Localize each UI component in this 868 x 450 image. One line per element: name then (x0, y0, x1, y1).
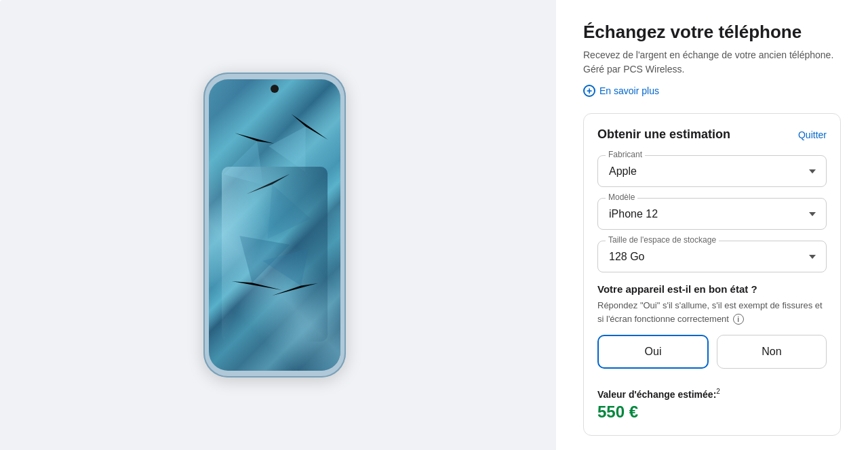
model-select[interactable]: iPhone 12 iPhone 11 iPhone 13 iPhone 14 (597, 198, 827, 230)
phone-image-panel (0, 0, 556, 450)
condition-title: Votre appareil est-il en bon état ? (597, 283, 827, 295)
model-select-wrapper: iPhone 12 iPhone 11 iPhone 13 iPhone 14 (597, 198, 827, 230)
storage-label: Taille de l'espace de stockage (606, 235, 719, 245)
page-subtitle: Recevez de l'argent en échange de votre … (583, 48, 841, 77)
phone-body (203, 73, 346, 377)
learn-more-text: En savoir plus (599, 85, 659, 96)
crystal-decoration-3 (231, 236, 290, 290)
estimation-box: Obtenir une estimation Quitter Fabricant… (583, 113, 841, 436)
phone-screen (209, 79, 340, 371)
manufacturer-select[interactable]: Apple Samsung Google (597, 155, 827, 187)
quit-link[interactable]: Quitter (798, 129, 827, 140)
plus-icon: + (583, 85, 595, 97)
trade-in-panel: Échangez votre téléphone Recevez de l'ar… (556, 0, 868, 450)
estimation-title: Obtenir une estimation (597, 127, 730, 142)
storage-select-wrapper: 128 Go 64 Go 256 Go (597, 241, 827, 272)
value-label: Valeur d'échange estimée:2 (597, 388, 827, 400)
learn-more-link[interactable]: + En savoir plus (583, 85, 841, 97)
manufacturer-select-wrapper: Apple Samsung Google (597, 155, 827, 187)
value-superscript: 2 (716, 388, 720, 395)
page-title: Échangez votre téléphone (583, 22, 841, 43)
condition-desc: Répondez "Oui" s'il s'allume, s'il est e… (597, 299, 827, 325)
storage-select[interactable]: 128 Go 64 Go 256 Go (597, 241, 827, 272)
phone-camera (271, 85, 279, 93)
condition-yes-button[interactable]: Oui (597, 335, 709, 369)
condition-no-button[interactable]: Non (717, 335, 827, 369)
subtitle-line2: Géré par PCS Wireless. (583, 64, 684, 75)
crystal-decoration-5 (263, 249, 318, 295)
value-section: Valeur d'échange estimée:2 550 € (597, 380, 827, 422)
manufacturer-group: Fabricant Apple Samsung Google (597, 155, 827, 187)
storage-group: Taille de l'espace de stockage 128 Go 64… (597, 241, 827, 272)
model-label: Modèle (606, 192, 637, 202)
subtitle-line1: Recevez de l'argent en échange de votre … (583, 49, 833, 60)
info-icon[interactable]: i (733, 314, 744, 325)
value-amount: 550 € (597, 403, 827, 422)
crystal-decoration-4 (269, 114, 328, 171)
condition-buttons: Oui Non (597, 335, 827, 369)
phone-image-container (203, 73, 353, 384)
condition-section: Votre appareil est-il en bon état ? Répo… (597, 283, 827, 369)
crystal-decoration-2 (247, 174, 311, 239)
manufacturer-label: Fabricant (606, 150, 645, 159)
model-group: Modèle iPhone 12 iPhone 11 iPhone 13 iPh… (597, 198, 827, 230)
estimation-header: Obtenir une estimation Quitter (597, 127, 827, 142)
crystal-decoration-1 (224, 134, 274, 185)
